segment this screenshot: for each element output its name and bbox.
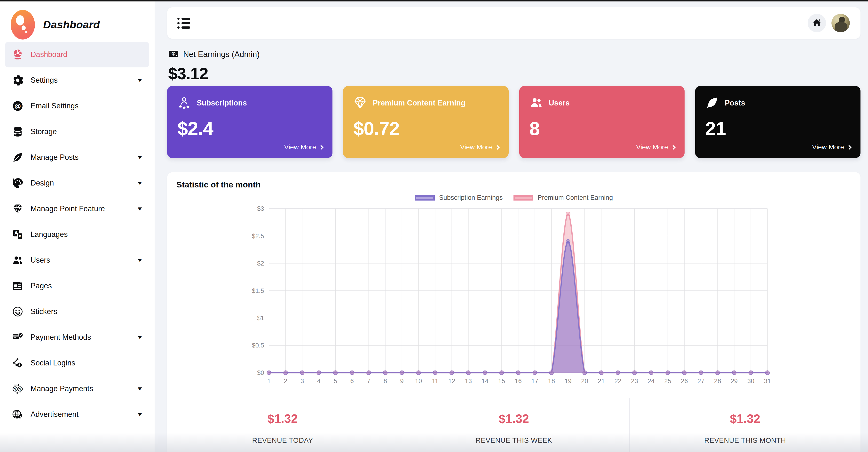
translate-icon: Ax (12, 228, 24, 241)
chevron-right-icon (847, 145, 851, 150)
stat-card-value: 21 (705, 118, 726, 140)
sidebar-item-stickers[interactable]: Stickers (5, 299, 149, 324)
chevron-down-icon: ▼ (136, 154, 143, 161)
home-icon (812, 18, 822, 29)
stat-card-value: $2.4 (177, 118, 213, 140)
view-more-link[interactable]: View More (812, 143, 851, 151)
member-stars-icon: ★★★ (177, 96, 191, 110)
svg-text:5: 5 (334, 377, 337, 385)
avatar[interactable] (831, 14, 850, 32)
sidebar-item-label: Manage Payments (31, 384, 130, 393)
statistics-card: Statistic of the month Subscription Earn… (167, 172, 861, 452)
svg-text:1: 1 (267, 377, 271, 385)
svg-text:$2: $2 (257, 260, 264, 267)
chart-legend: Subscription EarningsPremium Content Ear… (167, 194, 861, 201)
chevron-down-icon: ▼ (136, 334, 143, 340)
sidebar-item-manage-point-feature[interactable]: Manage Point Feature▼ (5, 196, 149, 222)
svg-text:30: 30 (747, 377, 754, 385)
view-more-label: View More (284, 143, 316, 151)
view-more-link[interactable]: View More (636, 143, 675, 151)
revenue-label: REVENUE THIS MONTH (704, 436, 786, 445)
svg-text:19: 19 (565, 377, 571, 385)
chevron-down-icon: ▼ (136, 206, 143, 212)
stat-card-label: Subscriptions (197, 99, 247, 107)
svg-text:★: ★ (178, 104, 183, 109)
svg-text:23: 23 (631, 377, 638, 385)
user-avatar-image (831, 14, 850, 32)
sticker-icon (12, 306, 24, 318)
svg-text:10: 10 (415, 377, 422, 385)
sidebar-item-dashboard[interactable]: Dashboard (5, 42, 149, 67)
svg-text:$: $ (19, 387, 22, 391)
sidebar-item-email-settings[interactable]: @Email Settings (5, 93, 149, 119)
home-button[interactable] (808, 14, 826, 32)
ad-globe-icon (12, 408, 24, 421)
list-icon[interactable] (177, 16, 192, 31)
sidebar-item-label: Advertisement (31, 410, 130, 419)
sidebar-item-manage-payments[interactable]: $$Manage Payments▼ (5, 376, 149, 401)
payment-shield-icon (12, 331, 24, 343)
pages-icon (12, 280, 24, 292)
sidebar-item-payment-methods[interactable]: Payment Methods▼ (5, 324, 149, 350)
revenue-col-revenue-today: $1.32REVENUE TODAY (167, 398, 398, 452)
svg-text:12: 12 (448, 377, 455, 385)
sidebar-item-label: Social Logins (31, 359, 143, 367)
svg-text:24: 24 (648, 377, 655, 385)
pie-chart-icon (12, 49, 24, 61)
sidebar-item-label: Stickers (31, 307, 143, 316)
sidebar-item-pages[interactable]: Pages (5, 273, 149, 299)
sidebar-item-languages[interactable]: AxLanguages (5, 222, 149, 247)
view-more-label: View More (812, 143, 844, 151)
view-more-link[interactable]: View More (460, 143, 499, 151)
revenue-label: REVENUE THIS WEEK (476, 436, 552, 445)
sidebar-item-settings[interactable]: Settings▼ (5, 67, 149, 93)
at-icon: @ (12, 100, 24, 112)
view-more-label: View More (636, 143, 668, 151)
sidebar-item-manage-posts[interactable]: Manage Posts▼ (5, 144, 149, 170)
sidebar-item-advertisement[interactable]: Advertisement▼ (5, 401, 149, 427)
sidebar-item-label: Email Settings (31, 102, 143, 110)
stat-card-value: 8 (529, 118, 540, 140)
database-icon (12, 125, 24, 138)
brand: Dashboard (11, 10, 100, 39)
topbar (167, 7, 861, 39)
gear-icon (12, 74, 24, 86)
svg-text:9: 9 (400, 377, 403, 385)
svg-text:20: 20 (581, 377, 588, 385)
svg-text:x: x (19, 233, 21, 238)
sidebar-item-design[interactable]: Design▼ (5, 170, 149, 196)
sidebar-item-label: Pages (31, 282, 143, 290)
sidebar-item-label: Design (31, 179, 130, 188)
sidebar-item-storage[interactable]: Storage (5, 119, 149, 144)
exchange-icon: $$ (12, 383, 24, 395)
brand-logo-icon (11, 10, 35, 39)
sidebar-item-label: Payment Methods (31, 333, 130, 342)
net-earnings: $ Net Earnings (Admin) $3.12 (168, 49, 259, 83)
svg-text:2: 2 (284, 377, 287, 385)
chevron-down-icon: ▼ (136, 180, 143, 186)
sidebar-item-users[interactable]: Users▼ (5, 247, 149, 273)
sidebar-item-label: Manage Posts (31, 153, 130, 162)
monthly-statistics-chart: $0$0.5$1$1.5$2$2.5$312345678910111213141… (167, 206, 861, 393)
svg-text:★: ★ (182, 105, 186, 109)
svg-text:$0.5: $0.5 (252, 342, 264, 349)
chevron-right-icon (495, 145, 500, 150)
svg-text:18: 18 (548, 377, 555, 385)
legend-swatch (514, 195, 533, 201)
dashboard-page: Dashboard DashboardSettings▼@Email Setti… (0, 0, 868, 452)
share-user-icon (12, 357, 24, 369)
chevron-right-icon (319, 145, 323, 150)
sidebar-item-label: Languages (31, 230, 143, 239)
sidebar-item-label: Manage Point Feature (31, 204, 130, 213)
view-more-link[interactable]: View More (284, 143, 323, 151)
users-group-icon (529, 96, 543, 110)
legend-label: Premium Content Earning (538, 194, 613, 201)
svg-text:8: 8 (383, 377, 387, 385)
svg-text:15: 15 (498, 377, 505, 385)
sidebar-item-social-logins[interactable]: Social Logins (5, 350, 149, 376)
svg-text:11: 11 (432, 377, 438, 385)
svg-text:$0: $0 (257, 369, 264, 376)
svg-text:25: 25 (664, 377, 671, 385)
svg-text:@: @ (14, 102, 21, 110)
stat-card-value: $0.72 (353, 118, 399, 140)
